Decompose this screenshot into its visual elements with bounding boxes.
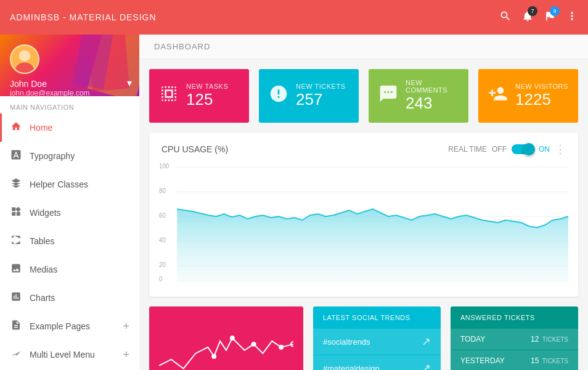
tickets-header: ANSWERED TICKETS [451,306,578,329]
sidebar-item-charts-label: Charts [30,293,55,303]
example-pages-plus-icon[interactable]: + [123,320,129,333]
new-visitors-info: NEW VISITORS 1225 [515,83,568,109]
notifications-button[interactable]: 7 [521,10,534,25]
tables-icon [10,234,22,248]
ticket-period-today: TODAY [460,335,485,343]
sidebar-item-helper-classes[interactable]: Helper Classes [0,170,139,199]
svg-point-27 [230,335,235,340]
trend-tag-2: #materialdesign [323,364,380,370]
trend-item-1: #socialtrends ↗ [313,329,441,355]
chart-header: CPU USAGE (%) REAL TIME OFF ON ⋮ [149,133,578,161]
main-content: DASHBOARD NEW TASKS 125 NEW TICKETS [139,35,588,370]
nav-section-label: MAIN NAVIGATION [0,96,139,113]
home-icon [10,121,22,134]
svg-text:60: 60 [159,212,166,219]
new-comments-info: NEW COMMENTS 243 [406,79,459,113]
sidebar-item-multi-level-menu-label: Multi Level Menu [30,350,95,360]
charts-icon [10,291,22,305]
real-time-toggle[interactable] [512,144,534,154]
dashboard-title: DASHBOARD [139,35,588,59]
ticket-period-yesterday: YESTERDAY [460,356,505,365]
sidebar-item-typography-label: Typography [30,151,75,161]
sidebar-item-charts[interactable]: Charts [0,284,139,312]
new-tasks-label: NEW TASKS [186,83,239,90]
sidebar-item-medias-label: Medias [30,265,57,274]
svg-text:80: 80 [159,187,166,194]
mini-chart-card [149,306,303,370]
typography-icon [10,149,22,163]
more-menu-button[interactable] [566,10,578,25]
example-pages-icon [10,319,22,333]
multi-level-menu-plus-icon[interactable]: + [123,348,129,361]
svg-point-28 [251,342,256,347]
search-button[interactable] [499,10,512,25]
new-tickets-icon [269,84,288,108]
tickets-title: ANSWERED TICKETS [460,314,568,321]
cpu-chart-svg: 100 80 60 40 20 0 0 10 20 [159,161,568,284]
stat-card-new-tasks: NEW TASKS 125 [149,69,249,123]
medias-icon [10,263,22,276]
app-title: ADMINBSB - MATERIAL DESIGN [10,12,157,22]
on-label: ON [539,145,550,154]
ticket-count-yesterday: 15 TICKETS [531,356,568,365]
sidebar-user-area: John Doe john.doe@example.com ▾ [0,35,139,96]
notifications-badge: 7 [528,6,537,16]
user-email: john.doe@example.com [10,89,129,97]
stat-cards-row: NEW TASKS 125 NEW TICKETS 257 [139,59,588,133]
stat-card-new-tickets: NEW TICKETS 257 [259,69,359,123]
new-tickets-info: NEW TICKETS 257 [296,83,349,109]
main-layout: John Doe john.doe@example.com ▾ MAIN NAV… [0,35,588,370]
sidebar-item-tables[interactable]: Tables [0,227,139,255]
new-comments-value: 243 [406,94,459,113]
sidebar-item-medias[interactable]: Medias [0,255,139,284]
chart-more-button[interactable]: ⋮ [555,142,566,156]
cpu-chart-section: CPU USAGE (%) REAL TIME OFF ON ⋮ 100 80 … [149,133,578,297]
sidebar-item-typography[interactable]: Typography [0,142,139,170]
sidebar-item-widgets[interactable]: Widgets [0,199,139,227]
sidebar-item-example-pages[interactable]: Example Pages + [0,312,139,340]
new-comments-label: NEW COMMENTS [406,79,459,94]
answered-tickets-card: ANSWERED TICKETS TODAY 12 TICKETS YESTER… [451,306,578,370]
bottom-section: LATEST SOCIAL TRENDS #socialtrends ↗ #ma… [139,306,588,370]
header-actions: 7 9 [499,10,578,25]
trend-arrow-2: ↗ [422,361,431,370]
sidebar-item-home[interactable]: Home [0,113,139,142]
svg-text:20: 20 [159,261,166,268]
svg-point-26 [211,354,216,359]
user-dropdown-toggle[interactable]: ▾ [127,77,132,89]
ticket-item-yesterday: YESTERDAY 15 TICKETS [451,350,578,370]
social-trends-card: LATEST SOCIAL TRENDS #socialtrends ↗ #ma… [313,306,441,370]
stat-card-new-comments: NEW COMMENTS 243 [369,69,468,123]
sidebar-item-home-label: Home [30,123,52,133]
svg-point-29 [279,345,284,350]
new-tasks-value: 125 [186,90,239,109]
new-tickets-label: NEW TICKETS [296,83,349,90]
trends-header: LATEST SOCIAL TRENDS [313,306,441,329]
new-comments-icon [378,84,398,108]
svg-text:100: 100 [159,163,169,170]
new-tasks-info: NEW TASKS 125 [186,83,239,109]
sidebar-item-multi-level-menu[interactable]: Multi Level Menu + [0,340,139,369]
sidebar-item-widgets-label: Widgets [30,208,61,218]
new-visitors-value: 1225 [515,90,568,109]
svg-text:0: 0 [159,276,163,282]
user-info: John Doe john.doe@example.com [10,79,129,97]
chart-svg-container: 100 80 60 40 20 0 0 10 20 [149,161,578,297]
new-tasks-icon [159,84,179,108]
sidebar-item-tables-label: Tables [30,236,54,246]
sidebar: John Doe john.doe@example.com ▾ MAIN NAV… [0,35,139,370]
trends-title: LATEST SOCIAL TRENDS [323,314,431,321]
avatar [10,44,39,74]
new-visitors-icon [488,84,508,108]
chart-title: CPU USAGE (%) [161,144,228,154]
toggle-thumb [523,143,535,155]
mini-chart-svg [159,316,293,370]
trend-tag-1: #socialtrends [323,337,370,347]
flags-badge: 9 [550,6,560,16]
new-visitors-label: NEW VISITORS [515,83,568,90]
ticket-item-today: TODAY 12 TICKETS [451,329,578,350]
helper-classes-icon [10,178,22,191]
flags-button[interactable]: 9 [544,10,556,25]
svg-text:40: 40 [159,237,166,244]
real-time-label: REAL TIME [448,145,487,154]
